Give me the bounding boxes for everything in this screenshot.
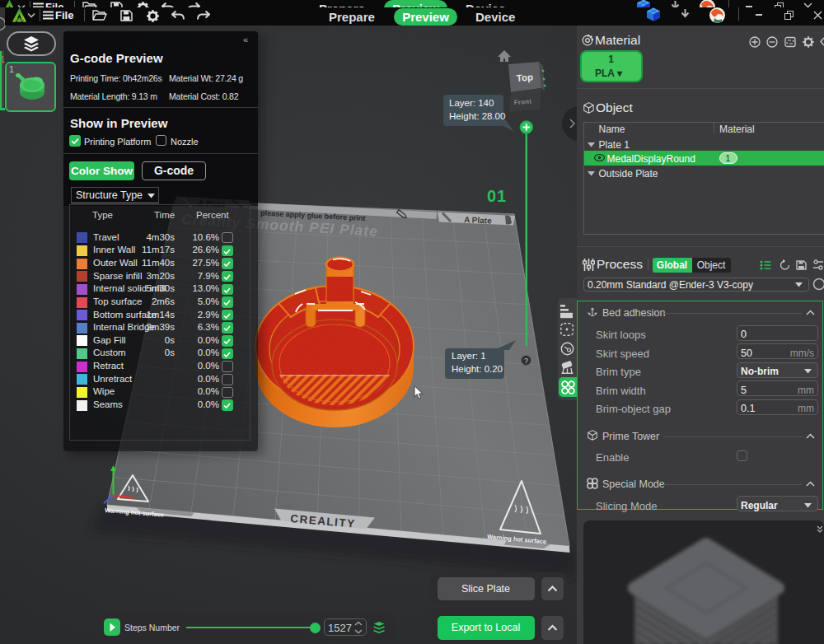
svg-text:A Plate: A Plate — [464, 215, 492, 226]
svg-text:Front: Front — [514, 98, 532, 106]
svg-text:Top: Top — [516, 72, 533, 83]
